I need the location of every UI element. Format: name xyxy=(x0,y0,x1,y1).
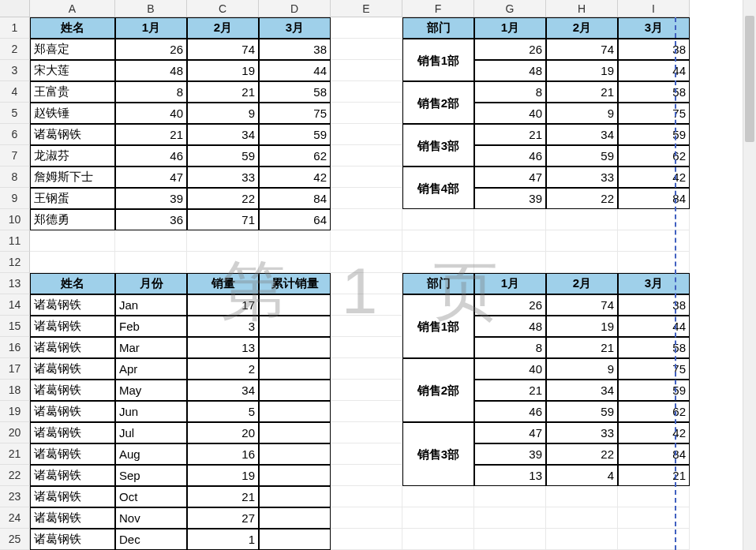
cell-I24[interactable] xyxy=(618,507,690,529)
cell-B20[interactable]: Jul xyxy=(115,422,187,443)
cell-D20[interactable] xyxy=(259,422,331,443)
cell-E3[interactable] xyxy=(331,60,402,81)
cell-H7[interactable]: 59 xyxy=(546,145,618,166)
row-header-15[interactable]: 15 xyxy=(0,316,30,337)
column-header-E[interactable]: E xyxy=(331,0,402,17)
cell-E7[interactable] xyxy=(331,145,402,166)
cell-H19[interactable]: 59 xyxy=(546,401,618,422)
cell-A22[interactable]: 诸葛钢铁 xyxy=(30,465,115,486)
cell-A12[interactable] xyxy=(30,252,115,273)
cell-A8[interactable]: 詹姆斯下士 xyxy=(30,166,115,188)
cell-A4[interactable]: 王富贵 xyxy=(30,81,115,103)
cell-H16[interactable]: 21 xyxy=(546,337,618,358)
cell-B8[interactable]: 47 xyxy=(115,166,187,188)
cell-H18[interactable]: 34 xyxy=(546,380,618,401)
cell-E4[interactable] xyxy=(331,81,402,103)
cell-H22[interactable]: 4 xyxy=(546,465,618,486)
cell-E19[interactable] xyxy=(331,401,402,422)
cell-G1[interactable]: 1月 xyxy=(474,17,546,39)
cell-E10[interactable] xyxy=(331,209,402,230)
cell-C5[interactable]: 9 xyxy=(187,103,259,124)
row-header-19[interactable]: 19 xyxy=(0,401,30,422)
cell-D1[interactable]: 3月 xyxy=(259,17,331,39)
cell-D16[interactable] xyxy=(259,337,331,358)
cell-I19[interactable]: 62 xyxy=(618,401,690,422)
cell-C2[interactable]: 74 xyxy=(187,39,259,60)
cell-E11[interactable] xyxy=(331,230,402,252)
cell-B1[interactable]: 1月 xyxy=(115,17,187,39)
cell-E24[interactable] xyxy=(331,507,402,529)
cell-C17[interactable]: 2 xyxy=(187,358,259,380)
cell-D5[interactable]: 75 xyxy=(259,103,331,124)
cell-F12[interactable] xyxy=(402,252,474,273)
row-header-1[interactable]: 1 xyxy=(0,17,30,39)
cell-C20[interactable]: 20 xyxy=(187,422,259,443)
cell-A3[interactable]: 宋大莲 xyxy=(30,60,115,81)
cell-A15[interactable]: 诸葛钢铁 xyxy=(30,316,115,337)
cell-H10[interactable] xyxy=(546,209,618,230)
cell-B22[interactable]: Sep xyxy=(115,465,187,486)
cell-G22[interactable]: 13 xyxy=(474,465,546,486)
cell-I14[interactable]: 38 xyxy=(618,294,690,316)
cell-D18[interactable] xyxy=(259,380,331,401)
cell-G13[interactable]: 1月 xyxy=(474,273,546,294)
cell-A21[interactable]: 诸葛钢铁 xyxy=(30,443,115,465)
cell-grid[interactable]: 姓名1月2月3月部门1月2月3月郑喜定267438销售1部267438宋大莲48… xyxy=(30,17,690,550)
cell-D24[interactable] xyxy=(259,507,331,529)
cell-H5[interactable]: 9 xyxy=(546,103,618,124)
cell-B9[interactable]: 39 xyxy=(115,188,187,209)
cell-I12[interactable] xyxy=(618,252,690,273)
cell-A20[interactable]: 诸葛钢铁 xyxy=(30,422,115,443)
cell-B25[interactable]: Dec xyxy=(115,529,187,550)
cell-D4[interactable]: 58 xyxy=(259,81,331,103)
row-header-5[interactable]: 5 xyxy=(0,103,30,124)
vertical-scrollbar[interactable] xyxy=(743,0,756,550)
cell-G5[interactable]: 40 xyxy=(474,103,546,124)
cell-D10[interactable]: 64 xyxy=(259,209,331,230)
cell-A14[interactable]: 诸葛钢铁 xyxy=(30,294,115,316)
row-header-11[interactable]: 11 xyxy=(0,230,30,252)
cell-I18[interactable]: 59 xyxy=(618,380,690,401)
cell-B10[interactable]: 36 xyxy=(115,209,187,230)
row-header-7[interactable]: 7 xyxy=(0,145,30,166)
cell-E6[interactable] xyxy=(331,124,402,145)
cell-F13[interactable]: 部门 xyxy=(402,273,474,294)
cell-H1[interactable]: 2月 xyxy=(546,17,618,39)
cell-B21[interactable]: Aug xyxy=(115,443,187,465)
cell-G23[interactable] xyxy=(474,486,546,507)
cell-F20[interactable]: 销售3部 xyxy=(402,422,474,443)
column-header-H[interactable]: H xyxy=(546,0,618,17)
cell-A24[interactable]: 诸葛钢铁 xyxy=(30,507,115,529)
cell-E15[interactable] xyxy=(331,316,402,337)
cell-F4[interactable]: 销售2部 xyxy=(402,81,474,103)
cell-I3[interactable]: 44 xyxy=(618,60,690,81)
cell-C4[interactable]: 21 xyxy=(187,81,259,103)
cell-D22[interactable] xyxy=(259,465,331,486)
row-header-4[interactable]: 4 xyxy=(0,81,30,103)
row-header-2[interactable]: 2 xyxy=(0,39,30,60)
cell-I8[interactable]: 42 xyxy=(618,166,690,188)
cell-G12[interactable] xyxy=(474,252,546,273)
cell-A11[interactable] xyxy=(30,230,115,252)
row-header-6[interactable]: 6 xyxy=(0,124,30,145)
cell-B5[interactable]: 40 xyxy=(115,103,187,124)
cell-G19[interactable]: 46 xyxy=(474,401,546,422)
cell-C7[interactable]: 59 xyxy=(187,145,259,166)
cell-G8[interactable]: 47 xyxy=(474,166,546,188)
row-header-18[interactable]: 18 xyxy=(0,380,30,401)
row-header-10[interactable]: 10 xyxy=(0,209,30,230)
cell-H20[interactable]: 33 xyxy=(546,422,618,443)
cell-I11[interactable] xyxy=(618,230,690,252)
row-header-16[interactable]: 16 xyxy=(0,337,30,358)
cell-G2[interactable]: 26 xyxy=(474,39,546,60)
cell-A1[interactable]: 姓名 xyxy=(30,17,115,39)
cell-D12[interactable] xyxy=(259,252,331,273)
cell-I16[interactable]: 58 xyxy=(618,337,690,358)
cell-F14[interactable]: 销售1部 xyxy=(402,294,474,316)
cell-C12[interactable] xyxy=(187,252,259,273)
column-header-I[interactable]: I xyxy=(618,0,690,17)
cell-I13[interactable]: 3月 xyxy=(618,273,690,294)
cell-G16[interactable]: 8 xyxy=(474,337,546,358)
cell-C19[interactable]: 5 xyxy=(187,401,259,422)
cell-E14[interactable] xyxy=(331,294,402,316)
